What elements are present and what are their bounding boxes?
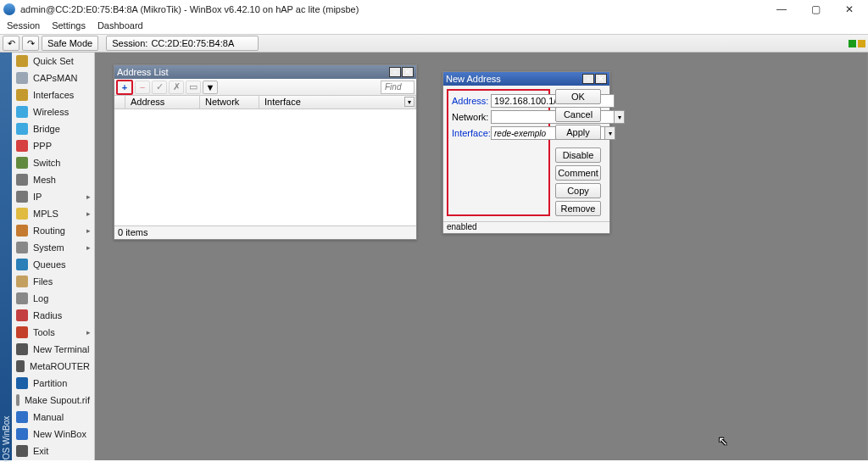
safe-mode-button[interactable]: Safe Mode (42, 36, 98, 51)
sidebar-icon (16, 411, 28, 423)
sidebar-icon (16, 326, 28, 338)
sidebar-item-radius[interactable]: Radius (12, 307, 94, 324)
sidebar-item-label: MetaROUTER (30, 361, 90, 371)
remove-button[interactable]: Remove (555, 201, 601, 216)
find-input[interactable] (381, 81, 415, 94)
address-list-titlebar[interactable]: Address List ▫ ✕ (114, 65, 416, 79)
sidebar-item-ip[interactable]: IP▸ (12, 188, 94, 205)
undo-button[interactable]: ↶ (3, 36, 19, 51)
sidebar-item-queues[interactable]: Queues (12, 256, 94, 273)
cancel-button[interactable]: Cancel (555, 107, 601, 122)
sidebar-item-label: Log (33, 293, 48, 303)
chevron-right-icon: ▸ (86, 209, 91, 218)
sidebar-item-switch[interactable]: Switch (12, 154, 94, 171)
new-address-window[interactable]: New Address ▫ ✕ Address: Network: (442, 71, 610, 234)
sidebar-icon (16, 191, 28, 203)
redo-button[interactable]: ↷ (22, 36, 39, 51)
menu-settings[interactable]: Settings (52, 20, 86, 31)
network-dropdown-icon[interactable]: ▾ (615, 110, 625, 124)
sidebar-icon (16, 309, 28, 321)
sidebar-item-label: Bridge (33, 124, 60, 134)
menu-dashboard[interactable]: Dashboard (97, 20, 143, 31)
col-address[interactable]: Address (125, 96, 200, 109)
session-value[interactable] (151, 38, 253, 48)
sidebar-item-make-supout.rif[interactable]: Make Supout.rif (12, 392, 94, 409)
sidebar-item-label: System (33, 242, 64, 253)
workspace: RouterOS WinBox Quick SetCAPsMANInterfac… (0, 53, 868, 460)
apply-button[interactable]: Apply (555, 125, 601, 140)
sidebar-item-files[interactable]: Files (12, 273, 94, 290)
maximize-button[interactable]: ▢ (805, 3, 826, 16)
add-button[interactable]: + (116, 80, 133, 95)
ok-button[interactable]: OK (555, 89, 601, 104)
sidebar-item-quick-set[interactable]: Quick Set (12, 53, 94, 70)
address-list-close-button[interactable]: ✕ (402, 67, 414, 77)
sidebar-item-mpls[interactable]: MPLS▸ (12, 205, 94, 222)
sidebar-item-log[interactable]: Log (12, 290, 94, 307)
minimize-button[interactable]: — (771, 3, 792, 16)
mdi-area: Address List ▫ ✕ + − ✓ ✗ ▭ ▼ Address (95, 53, 868, 460)
window-titlebar: admin@CC:2D:E0:75:B4:8A (MikroTik) - Win… (0, 0, 868, 19)
field-group: Address: Network: ▾ Interface: (447, 89, 550, 216)
sidebar-item-label: Mesh (33, 175, 56, 185)
filter-button[interactable]: ▼ (203, 81, 218, 94)
sidebar-item-routing[interactable]: Routing▸ (12, 222, 94, 239)
comment-button[interactable]: ▭ (186, 81, 201, 94)
comment-button[interactable]: Comment (555, 165, 601, 181)
sidebar-item-new-winbox[interactable]: New WinBox (12, 426, 94, 443)
sidebar-item-label: PPP (33, 141, 52, 151)
sidebar-item-label: Make Supout.rif (25, 395, 90, 405)
columns-dropdown-icon[interactable]: ▾ (404, 97, 415, 107)
safe-mode-label: Safe Mode (47, 38, 92, 48)
disable-button[interactable]: ✗ (169, 81, 184, 94)
sidebar-item-partition[interactable]: Partition (12, 375, 94, 392)
sidebar-item-label: Interfaces (33, 90, 74, 100)
remove-button[interactable]: − (135, 81, 150, 94)
sidebar-icon (16, 377, 28, 389)
sidebar-item-mesh[interactable]: Mesh (12, 171, 94, 188)
enable-button[interactable]: ✓ (152, 81, 167, 94)
new-address-close-button[interactable]: ✕ (595, 74, 607, 84)
sidebar-item-new-terminal[interactable]: New Terminal (12, 341, 94, 358)
address-list-window[interactable]: Address List ▫ ✕ + − ✓ ✗ ▭ ▼ Address (114, 64, 417, 240)
interface-dropdown-icon[interactable]: ▾ (605, 126, 615, 140)
sidebar-icon (16, 242, 28, 253)
menu-session[interactable]: Session (7, 20, 40, 31)
sidebar-item-system[interactable]: System▸ (12, 239, 94, 256)
address-list-body[interactable] (114, 109, 416, 225)
find-field[interactable] (381, 81, 415, 94)
sidebar-item-label: Queues (33, 259, 66, 270)
sidebar-item-manual[interactable]: Manual (12, 409, 94, 426)
col-network[interactable]: Network (200, 96, 259, 109)
sidebar-item-metarouter[interactable]: MetaROUTER (12, 358, 94, 375)
sidebar-icon (16, 89, 28, 101)
new-address-restore-button[interactable]: ▫ (582, 74, 594, 84)
status-lock-icon (858, 40, 865, 47)
address-list-restore-button[interactable]: ▫ (389, 67, 401, 77)
col-interface[interactable]: Interface (259, 96, 416, 109)
mouse-cursor-icon: ↖ (718, 434, 728, 448)
sidebar-icon (16, 360, 25, 372)
chevron-right-icon: ▸ (86, 243, 91, 252)
sidebar-icon (16, 174, 28, 186)
disable-button[interactable]: Disable (555, 148, 601, 163)
sidebar-item-tools[interactable]: Tools▸ (12, 324, 94, 341)
sidebar-icon (16, 123, 28, 135)
sidebar-item-ppp[interactable]: PPP (12, 137, 94, 154)
copy-button[interactable]: Copy (555, 183, 601, 198)
new-address-titlebar[interactable]: New Address ▫ ✕ (443, 72, 609, 86)
sidebar-item-exit[interactable]: Exit (12, 443, 94, 459)
close-button[interactable]: ✕ (839, 3, 860, 16)
sidebar-item-label: Manual (33, 412, 64, 422)
sidebar-icon (16, 343, 28, 355)
sidebar-icon (16, 225, 28, 237)
sidebar-item-interfaces[interactable]: Interfaces (12, 86, 94, 103)
sidebar-item-bridge[interactable]: Bridge (12, 120, 94, 137)
sidebar-item-capsman[interactable]: CAPsMAN (12, 70, 94, 86)
sidebar-icon (16, 428, 28, 440)
new-address-title: New Address (446, 74, 501, 84)
chevron-right-icon: ▸ (86, 226, 91, 235)
sidebar-item-wireless[interactable]: Wireless (12, 103, 94, 120)
sidebar-icon (16, 292, 28, 304)
sidebar-icon (16, 445, 28, 457)
